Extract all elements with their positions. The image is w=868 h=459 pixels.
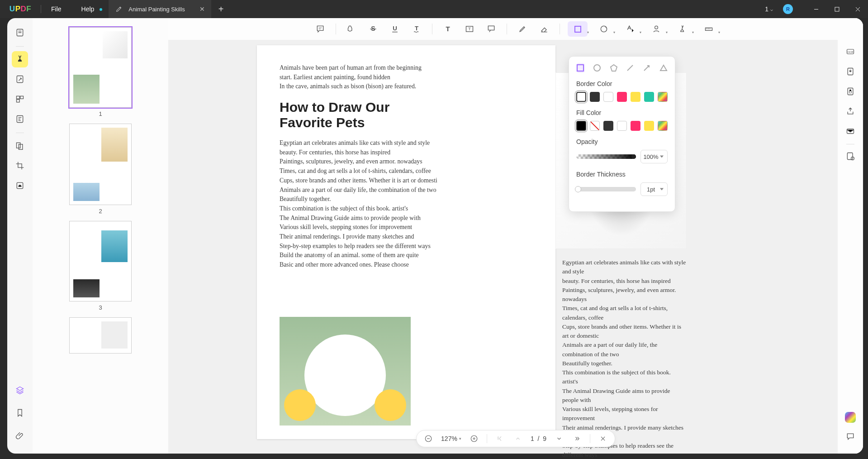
print-icon[interactable] [842, 148, 859, 164]
menu-file[interactable]: File [41, 5, 71, 13]
thumbnail-page-1[interactable] [69, 27, 132, 108]
zoom-value[interactable]: 127%▾ [441, 435, 461, 442]
swatch-outline-black[interactable] [576, 92, 586, 102]
bookmark-icon[interactable] [12, 405, 28, 421]
thumbnail-page-3[interactable] [69, 221, 132, 301]
sticker-icon[interactable]: ▾ [594, 21, 614, 37]
reader-mode-icon[interactable] [12, 24, 28, 41]
swatch-custom[interactable] [658, 92, 668, 102]
shape-arrow[interactable] [643, 63, 651, 73]
text-icon[interactable]: T [440, 21, 455, 37]
first-page-button[interactable] [494, 433, 505, 444]
form-mode-icon[interactable] [12, 111, 28, 127]
underline-icon[interactable]: U [387, 21, 403, 37]
document-tab[interactable]: Animal Painting Skills ✕ [109, 0, 211, 18]
menu-help[interactable]: Help [71, 5, 104, 13]
ai-assistant-icon[interactable] [845, 412, 856, 423]
close-bar-button[interactable] [598, 433, 608, 444]
shape-properties-popup: Border Color Fill Color Opacity 100% Bor… [569, 56, 675, 212]
border-color-label: Border Color [576, 80, 668, 87]
signature-icon[interactable]: ▾ [646, 21, 666, 37]
thumbnail-panel: 1 2 3 [33, 18, 168, 454]
convert-icon[interactable] [842, 63, 859, 80]
document-page[interactable]: Animals have been part of human art from… [257, 45, 555, 439]
comment-mode-icon[interactable] [12, 51, 28, 67]
thickness-label: Border Thickness [576, 171, 668, 178]
swatch-yellow[interactable] [631, 92, 640, 102]
thumbnail-page-4[interactable] [69, 317, 132, 354]
chat-icon[interactable] [842, 428, 859, 445]
opacity-slider[interactable] [576, 154, 636, 159]
user-avatar[interactable]: R [783, 4, 793, 14]
thumbnail-label: 1 [69, 110, 132, 117]
email-icon[interactable] [842, 123, 859, 139]
highlight-icon[interactable] [344, 21, 359, 37]
thickness-value[interactable]: 1pt [640, 182, 668, 196]
window-count[interactable]: 1⌵ [765, 5, 773, 13]
window-close[interactable] [847, 0, 868, 18]
right-toolbar: OCR [838, 18, 863, 454]
add-tab-button[interactable]: + [211, 4, 231, 14]
swatch-dark[interactable] [603, 121, 613, 131]
callout-icon[interactable] [484, 21, 499, 37]
zoom-in-button[interactable] [469, 433, 479, 444]
fill-color-label: Fill Color [576, 109, 668, 116]
swatch-white[interactable] [603, 92, 613, 102]
zoom-out-button[interactable] [423, 433, 434, 444]
shape-triangle[interactable] [659, 63, 668, 73]
organize-mode-icon[interactable] [12, 91, 28, 107]
ocr-icon[interactable]: OCR [842, 43, 859, 60]
pencil-icon[interactable] [515, 21, 530, 37]
svg-text:T: T [415, 25, 418, 32]
swatch-pink[interactable] [631, 121, 640, 131]
share-icon[interactable] [842, 103, 859, 120]
squiggly-icon[interactable]: T [409, 21, 424, 37]
textbox-icon[interactable]: T [462, 21, 477, 37]
thumbnail-page-2[interactable] [69, 124, 132, 205]
svg-marker-31 [611, 65, 617, 71]
protect-icon[interactable] [842, 83, 859, 100]
comment-icon[interactable] [313, 21, 328, 37]
swatch-dark[interactable] [590, 92, 600, 102]
swatch-custom[interactable] [658, 121, 668, 131]
shape-rectangle-icon[interactable]: ▾ [568, 21, 588, 37]
attachment-icon[interactable] [12, 427, 28, 444]
swatch-pink[interactable] [617, 92, 627, 102]
opacity-value[interactable]: 100% [640, 150, 668, 163]
svg-rect-0 [835, 7, 839, 11]
eraser-icon[interactable] [536, 21, 552, 37]
svg-text:T: T [468, 27, 471, 31]
layers-icon[interactable] [12, 382, 28, 398]
swatch-fill-black[interactable] [576, 121, 586, 131]
thickness-slider[interactable] [576, 187, 636, 191]
edit-mode-icon[interactable] [12, 71, 28, 87]
prev-page-button[interactable] [512, 433, 523, 444]
strikethrough-icon[interactable]: S [365, 21, 381, 37]
page-indicator[interactable]: 1 / 9 [531, 435, 546, 442]
swatch-white[interactable] [617, 121, 627, 131]
tab-close-icon[interactable]: ✕ [199, 5, 205, 13]
shape-line[interactable] [626, 63, 635, 73]
window-minimize[interactable] [806, 0, 826, 18]
shape-rectangle[interactable] [576, 63, 585, 73]
last-page-button[interactable] [572, 433, 583, 444]
window-maximize[interactable] [826, 0, 847, 18]
swatch-yellow[interactable] [644, 121, 654, 131]
sign-icon[interactable]: ▾ [673, 21, 693, 37]
body-line: Build the anatomy of an animal. some of … [280, 251, 533, 260]
swatch-none[interactable] [590, 121, 600, 131]
measure-icon[interactable]: ▾ [699, 21, 719, 37]
crop-icon[interactable] [12, 158, 28, 174]
body-line: Times, cat and dog art sells a lot of t-… [280, 167, 533, 176]
svg-marker-32 [660, 65, 667, 71]
watermark-icon[interactable] [12, 177, 28, 194]
page-tools-icon[interactable] [12, 138, 28, 154]
next-page-button[interactable] [554, 433, 564, 444]
intro-line: Animals have been part of human art from… [280, 63, 533, 73]
shape-circle[interactable] [593, 63, 602, 73]
shape-polygon[interactable] [609, 63, 618, 73]
stamp-icon[interactable]: ▾ [620, 21, 640, 37]
swatch-teal[interactable] [644, 92, 654, 102]
thumbnail-label: 2 [69, 208, 132, 215]
svg-text:S: S [371, 25, 375, 32]
